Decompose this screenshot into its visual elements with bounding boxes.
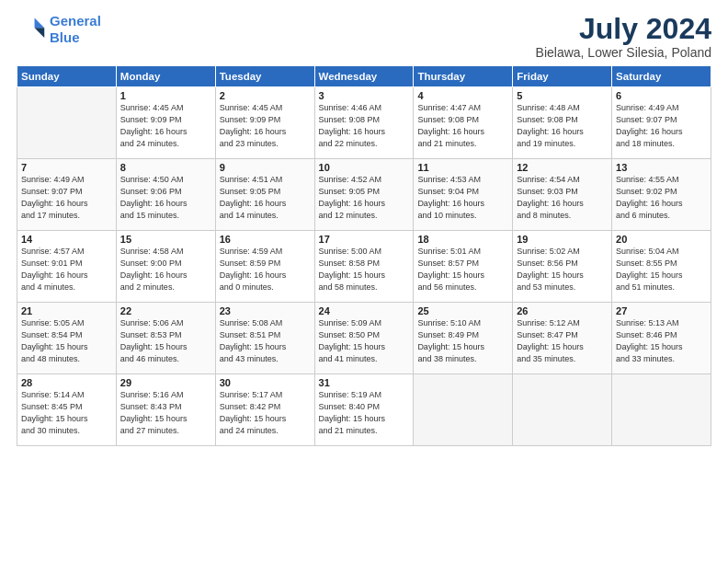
calendar-cell: 20Sunrise: 5:04 AMSunset: 8:55 PMDayligh… [612,231,711,303]
calendar-cell: 28Sunrise: 5:14 AMSunset: 8:45 PMDayligh… [17,374,117,446]
day-number: 8 [120,162,211,173]
day-number: 28 [21,377,112,388]
day-number: 5 [517,90,608,101]
calendar-cell: 25Sunrise: 5:10 AMSunset: 8:49 PMDayligh… [414,303,513,374]
day-info: Sunrise: 4:49 AMSunset: 9:07 PMDaylight:… [616,102,707,150]
day-info: Sunrise: 5:19 AMSunset: 8:40 PMDaylight:… [319,389,410,437]
logo-text: General Blue [50,13,101,46]
calendar-cell [17,87,117,159]
day-number: 10 [319,162,410,173]
day-number: 30 [220,377,311,388]
week-row-1: 1Sunrise: 4:45 AMSunset: 9:09 PMDaylight… [17,87,711,159]
day-info: Sunrise: 5:06 AMSunset: 8:53 PMDaylight:… [120,317,211,365]
week-row-3: 14Sunrise: 4:57 AMSunset: 9:01 PMDayligh… [17,231,711,303]
svg-marker-0 [35,18,45,29]
day-number: 4 [417,90,508,101]
day-info: Sunrise: 5:09 AMSunset: 8:50 PMDaylight:… [319,317,410,365]
calendar-cell: 11Sunrise: 4:53 AMSunset: 9:04 PMDayligh… [414,159,513,231]
day-info: Sunrise: 4:45 AMSunset: 9:09 PMDaylight:… [220,102,311,150]
calendar-cell: 6Sunrise: 4:49 AMSunset: 9:07 PMDaylight… [612,87,711,159]
calendar-cell: 31Sunrise: 5:19 AMSunset: 8:40 PMDayligh… [314,374,414,446]
calendar-cell: 13Sunrise: 4:55 AMSunset: 9:02 PMDayligh… [612,159,711,231]
day-info: Sunrise: 5:00 AMSunset: 8:58 PMDaylight:… [319,246,410,293]
day-info: Sunrise: 4:49 AMSunset: 9:07 PMDaylight:… [21,174,112,222]
calendar-cell: 9Sunrise: 4:51 AMSunset: 9:05 PMDaylight… [215,159,314,231]
day-info: Sunrise: 4:48 AMSunset: 9:08 PMDaylight:… [517,102,608,150]
day-number: 19 [517,234,608,245]
main-title: July 2024 [536,13,711,45]
day-number: 24 [319,305,410,316]
day-number: 15 [120,234,211,245]
calendar-cell [414,374,513,446]
calendar-cell: 12Sunrise: 4:54 AMSunset: 9:03 PMDayligh… [513,159,612,231]
day-number: 31 [319,377,410,388]
calendar-cell: 7Sunrise: 4:49 AMSunset: 9:07 PMDaylight… [17,159,117,231]
calendar-cell: 21Sunrise: 5:05 AMSunset: 8:54 PMDayligh… [17,303,117,374]
calendar-cell: 15Sunrise: 4:58 AMSunset: 9:00 PMDayligh… [116,231,215,303]
header-row: Sunday Monday Tuesday Wednesday Thursday… [17,66,711,87]
day-number: 18 [417,234,508,245]
day-number: 29 [120,377,211,388]
calendar-cell: 23Sunrise: 5:08 AMSunset: 8:51 PMDayligh… [215,303,314,374]
week-row-2: 7Sunrise: 4:49 AMSunset: 9:07 PMDaylight… [17,159,711,231]
week-row-4: 21Sunrise: 5:05 AMSunset: 8:54 PMDayligh… [17,303,711,374]
day-number: 16 [220,234,311,245]
calendar-cell: 14Sunrise: 4:57 AMSunset: 9:01 PMDayligh… [17,231,117,303]
week-row-5: 28Sunrise: 5:14 AMSunset: 8:45 PMDayligh… [17,374,711,446]
day-info: Sunrise: 4:46 AMSunset: 9:08 PMDaylight:… [319,102,410,150]
col-tuesday: Tuesday [215,66,314,87]
day-info: Sunrise: 5:17 AMSunset: 8:42 PMDaylight:… [220,389,311,437]
subtitle: Bielawa, Lower Silesia, Poland [536,45,711,60]
day-info: Sunrise: 5:14 AMSunset: 8:45 PMDaylight:… [21,389,112,437]
calendar-cell: 22Sunrise: 5:06 AMSunset: 8:53 PMDayligh… [116,303,215,374]
day-info: Sunrise: 5:02 AMSunset: 8:56 PMDaylight:… [517,246,608,293]
col-friday: Friday [513,66,612,87]
logo-icon [17,15,46,44]
logo-line1: General [50,13,101,29]
day-number: 20 [616,234,707,245]
calendar-cell: 24Sunrise: 5:09 AMSunset: 8:50 PMDayligh… [314,303,414,374]
day-number: 17 [319,234,410,245]
page: General Blue July 2024 Bielawa, Lower Si… [0,0,728,563]
day-number: 9 [220,162,311,173]
col-thursday: Thursday [414,66,513,87]
day-info: Sunrise: 4:50 AMSunset: 9:06 PMDaylight:… [120,174,211,222]
calendar-cell: 19Sunrise: 5:02 AMSunset: 8:56 PMDayligh… [513,231,612,303]
day-number: 26 [517,305,608,316]
day-number: 13 [616,162,707,173]
day-info: Sunrise: 5:10 AMSunset: 8:49 PMDaylight:… [417,317,508,365]
calendar-cell [513,374,612,446]
day-info: Sunrise: 5:05 AMSunset: 8:54 PMDaylight:… [21,317,112,365]
day-number: 21 [21,305,112,316]
calendar-cell: 8Sunrise: 4:50 AMSunset: 9:06 PMDaylight… [116,159,215,231]
svg-marker-1 [35,28,45,38]
calendar-cell: 30Sunrise: 5:17 AMSunset: 8:42 PMDayligh… [215,374,314,446]
calendar-cell: 17Sunrise: 5:00 AMSunset: 8:58 PMDayligh… [314,231,414,303]
calendar-cell: 5Sunrise: 4:48 AMSunset: 9:08 PMDaylight… [513,87,612,159]
day-number: 23 [220,305,311,316]
day-number: 11 [417,162,508,173]
calendar-cell: 2Sunrise: 4:45 AMSunset: 9:09 PMDaylight… [215,87,314,159]
day-number: 27 [616,305,707,316]
calendar-cell: 3Sunrise: 4:46 AMSunset: 9:08 PMDaylight… [314,87,414,159]
calendar-cell: 29Sunrise: 5:16 AMSunset: 8:43 PMDayligh… [116,374,215,446]
col-monday: Monday [116,66,215,87]
day-info: Sunrise: 4:45 AMSunset: 9:09 PMDaylight:… [120,102,211,150]
calendar-cell: 18Sunrise: 5:01 AMSunset: 8:57 PMDayligh… [414,231,513,303]
calendar-cell: 16Sunrise: 4:59 AMSunset: 8:59 PMDayligh… [215,231,314,303]
day-info: Sunrise: 5:04 AMSunset: 8:55 PMDaylight:… [616,246,707,293]
logo-line2: Blue [50,29,80,45]
calendar-cell: 1Sunrise: 4:45 AMSunset: 9:09 PMDaylight… [116,87,215,159]
day-number: 7 [21,162,112,173]
col-sunday: Sunday [17,66,117,87]
col-saturday: Saturday [612,66,711,87]
title-block: July 2024 Bielawa, Lower Silesia, Poland [536,13,711,60]
day-number: 6 [616,90,707,101]
day-info: Sunrise: 5:01 AMSunset: 8:57 PMDaylight:… [417,246,508,293]
day-info: Sunrise: 5:16 AMSunset: 8:43 PMDaylight:… [120,389,211,437]
calendar-cell: 4Sunrise: 4:47 AMSunset: 9:08 PMDaylight… [414,87,513,159]
day-number: 2 [220,90,311,101]
day-info: Sunrise: 4:53 AMSunset: 9:04 PMDaylight:… [417,174,508,222]
day-info: Sunrise: 4:54 AMSunset: 9:03 PMDaylight:… [517,174,608,222]
col-wednesday: Wednesday [314,66,414,87]
